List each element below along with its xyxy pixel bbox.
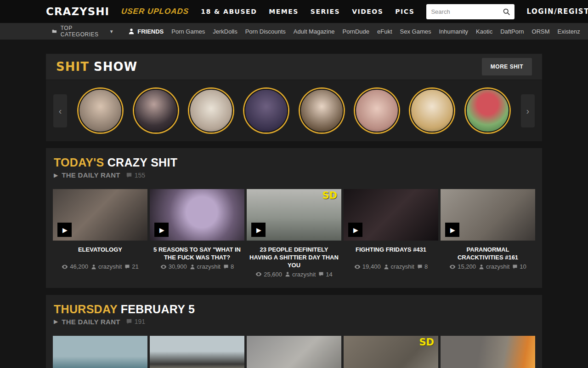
video-title[interactable]: FIGHTING FRIDAYS #431 <box>344 246 438 262</box>
video-thumbnail[interactable]: ▶ <box>150 336 244 368</box>
sublink-sex-games[interactable]: Sex Games <box>400 28 431 35</box>
search-icon[interactable] <box>503 8 510 16</box>
nav-item-memes[interactable]: MEMES <box>269 8 299 15</box>
video-card[interactable]: ▶ <box>247 336 341 368</box>
login-register-button[interactable]: LOGIN/REGISTER <box>526 7 588 16</box>
video-title[interactable]: 23 PEOPLE DEFINITELY HAVING A SHITTIER D… <box>247 246 341 270</box>
carousel-avatar[interactable] <box>410 89 454 132</box>
shit-show-section: SHIT SHOW MORE SHIT ‹ › <box>46 54 542 141</box>
section-title-accent: THURSDAY <box>54 303 118 316</box>
video-stats: 15,200 crazyshit 10 <box>441 263 535 270</box>
video-stats: 46,200 crazyshit 21 <box>53 263 147 270</box>
author-name[interactable]: crazyshit <box>486 263 509 270</box>
sd-quality-badge: SD <box>419 337 434 348</box>
video-thumbnail[interactable]: ▶ <box>150 189 244 241</box>
sublink-jerkdolls[interactable]: JerkDolls <box>213 28 237 35</box>
comment-count: 14 <box>326 271 332 278</box>
sublink-adult-magazine[interactable]: Adult Magazine <box>294 28 335 35</box>
carousel-avatar[interactable] <box>189 89 233 132</box>
video-thumbnail[interactable]: ▶ <box>53 336 147 368</box>
carousel-avatar[interactable] <box>79 89 122 132</box>
author-name[interactable]: crazyshit <box>98 263 122 270</box>
video-card[interactable]: ▶ FIGHTING FRIDAYS #431 19,400 crazyshit… <box>344 189 438 278</box>
play-triangle-icon: ▶ <box>54 318 58 325</box>
carousel-avatar[interactable] <box>466 89 509 132</box>
sublink-porndude[interactable]: PornDude <box>342 28 369 35</box>
sublink-efukt[interactable]: eFukt <box>377 28 392 35</box>
view-count: 19,400 <box>362 263 381 270</box>
play-button[interactable]: ▶ <box>57 223 72 237</box>
video-card-grid: ▶ ▶ ▶ SD ▶ ▶ <box>53 336 535 368</box>
video-thumbnail[interactable]: ▶ <box>441 336 535 368</box>
play-button[interactable]: ▶ <box>251 223 266 237</box>
daily-rant-link[interactable]: THE DAILY RANT <box>62 318 120 326</box>
video-card[interactable]: ▶ <box>441 336 535 368</box>
carousel-avatar[interactable] <box>134 89 178 132</box>
play-button[interactable]: ▶ <box>348 223 362 237</box>
search-box <box>426 4 514 19</box>
sublink-inhumanity[interactable]: Inhumanity <box>439 28 468 35</box>
folder-icon <box>52 28 57 34</box>
daily-rant-comment-count: 191 <box>126 318 145 325</box>
secondary-navbar: TOP CATEGORIES ▼ FRIENDS Porn Games Jerk… <box>0 23 588 40</box>
sublink-kaotic[interactable]: Kaotic <box>476 28 492 35</box>
video-stats: 25,600 crazyshit 14 <box>247 271 341 278</box>
shit-show-header: SHIT SHOW MORE SHIT <box>46 54 542 80</box>
video-title[interactable]: 5 REASONS TO SAY "WHAT IN THE FUCK WAS T… <box>150 246 244 262</box>
carousel-avatar[interactable] <box>244 89 288 132</box>
nav-item-18-abused[interactable]: 18 & ABUSED <box>201 8 257 15</box>
daily-rant-row: ▶ THE DAILY RANT 155 <box>53 171 535 179</box>
author-name[interactable]: crazyshit <box>197 263 220 270</box>
video-card[interactable]: ▶ PARANORMAL CRACKTIVITIES #161 15,200 c… <box>441 189 535 278</box>
user-icon <box>91 264 96 270</box>
user-icon <box>190 264 195 270</box>
comment-count-value: 191 <box>135 318 145 325</box>
carousel-prev-button[interactable]: ‹ <box>53 94 67 127</box>
top-categories-dropdown[interactable]: TOP CATEGORIES ▼ <box>52 25 114 38</box>
video-thumbnail[interactable]: SD ▶ <box>247 189 341 241</box>
video-title[interactable]: ELEVATOLOGY <box>53 246 147 262</box>
carousel-next-button[interactable]: › <box>521 94 535 127</box>
play-button[interactable]: ▶ <box>154 223 169 237</box>
video-thumbnail[interactable]: ▶ <box>247 336 341 368</box>
nav-item-videos[interactable]: VIDEOS <box>352 8 383 15</box>
carousel-avatar[interactable] <box>355 89 399 132</box>
author-name[interactable]: crazyshit <box>292 271 316 278</box>
author-name[interactable]: crazyshit <box>391 263 414 270</box>
video-thumbnail[interactable]: ▶ <box>441 189 535 241</box>
eye-icon <box>449 264 456 270</box>
play-button[interactable]: ▶ <box>445 223 459 237</box>
video-title[interactable]: PARANORMAL CRACKTIVITIES #161 <box>441 246 535 262</box>
video-thumbnail[interactable]: ▶ <box>344 189 438 241</box>
video-card[interactable]: ▶ <box>53 336 147 368</box>
sublink-daftporn[interactable]: DaftPorn <box>500 28 524 35</box>
friends-link[interactable]: FRIENDS <box>128 28 164 35</box>
video-thumbnail[interactable]: SD ▶ <box>344 336 438 368</box>
video-card[interactable]: ▶ 5 REASONS TO SAY "WHAT IN THE FUCK WAS… <box>150 189 244 278</box>
video-card[interactable]: ▶ <box>150 336 244 368</box>
search-input[interactable] <box>426 4 514 19</box>
nav-item-pics[interactable]: PICS <box>395 8 414 15</box>
eye-icon <box>62 264 68 270</box>
chevron-down-icon: ▼ <box>109 29 114 34</box>
daily-rant-link[interactable]: THE DAILY RANT <box>62 171 120 179</box>
friends-label: FRIENDS <box>137 28 164 35</box>
todays-crazy-shit-section: TODAY'S CRAZY SHIT ▶ THE DAILY RANT 155 … <box>46 148 542 288</box>
sublink-porn-games[interactable]: Porn Games <box>171 28 205 35</box>
top-navbar: CRAZYSHI USER UPLOADS 18 & ABUSED MEMES … <box>0 0 588 23</box>
video-card[interactable]: SD ▶ 23 PEOPLE DEFINITELY HAVING A SHITT… <box>247 189 341 278</box>
nav-item-series[interactable]: SERIES <box>311 8 340 15</box>
video-card[interactable]: ▶ ELEVATOLOGY 46,200 crazyshit 21 <box>53 189 147 278</box>
eye-icon <box>255 271 262 277</box>
section-title-rest: FEBRUARY 5 <box>121 303 195 316</box>
site-logo[interactable]: CRAZYSHI <box>46 6 109 17</box>
shit-show-title-rest: SHOW <box>94 60 137 74</box>
carousel-avatar[interactable] <box>300 89 344 132</box>
video-thumbnail[interactable]: ▶ <box>53 189 147 241</box>
eye-icon <box>354 264 361 270</box>
more-shit-button[interactable]: MORE SHIT <box>482 58 532 75</box>
sublink-orsm[interactable]: ORSM <box>532 28 550 35</box>
sublink-porn-discounts[interactable]: Porn Discounts <box>245 28 286 35</box>
sublink-existenz[interactable]: Existenz <box>558 28 580 35</box>
video-card[interactable]: SD ▶ <box>344 336 438 368</box>
